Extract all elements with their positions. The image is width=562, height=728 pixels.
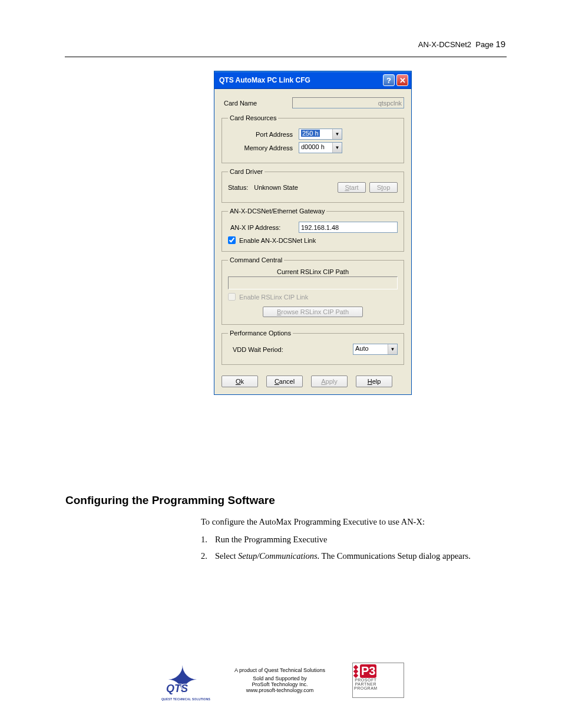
command-central-legend: Command Central	[228, 256, 284, 263]
start-button[interactable]: Start	[338, 182, 366, 193]
status-label: Status:	[228, 184, 248, 191]
card-driver-legend: Card Driver	[228, 168, 265, 175]
chevron-down-icon[interactable]: ▼	[332, 129, 342, 139]
gateway-group: AN-X-DCSNet/Ethernet Gateway AN-X IP Add…	[222, 207, 404, 252]
gateway-legend: AN-X-DCSNet/Ethernet Gateway	[228, 207, 326, 215]
cip-path-box	[228, 276, 398, 289]
status-value: Unknown State	[252, 184, 334, 191]
dialog-title: QTS AutoMax PC Link CFG	[219, 76, 310, 84]
intro-text: To configure the AutoMax Programming Exe…	[201, 516, 507, 528]
browse-cip-button: Browse RSLinx CIP Path	[263, 307, 363, 317]
card-driver-group: Card Driver Status: Unknown State Start …	[222, 168, 404, 203]
close-icon[interactable]: ✕	[396, 74, 408, 86]
config-dialog: QTS AutoMax PC Link CFG ? ✕ Card Name Ca…	[214, 71, 412, 395]
doc-id: AN-X-DCSNet2	[418, 40, 471, 49]
cancel-button[interactable]: Cancel	[266, 375, 303, 387]
vdd-wait-label: VDD Wait Period:	[228, 346, 353, 353]
page-header: AN-X-DCSNet2 Page 19	[418, 39, 505, 49]
list-item: 2.Select Setup/Communications. The Commu…	[201, 551, 495, 562]
card-name-field	[292, 97, 404, 108]
card-name-label: Card Name	[222, 100, 292, 107]
apply-button[interactable]: Apply	[311, 375, 348, 387]
help-button[interactable]: Help	[356, 375, 392, 387]
list-item: 1.Run the Programming Executive	[201, 534, 495, 545]
memory-address-select[interactable]: d0000 h ▼	[299, 142, 342, 153]
port-address-label: Port Address	[228, 131, 299, 138]
chevron-down-icon[interactable]: ▼	[332, 143, 342, 153]
header-rule	[65, 57, 507, 57]
stop-button[interactable]: Stop	[369, 182, 398, 193]
command-central-group: Command Central Current RSLinx CIP Path …	[222, 256, 404, 325]
enable-rslinx-input	[228, 293, 236, 301]
titlebar[interactable]: QTS AutoMax PC Link CFG ? ✕	[214, 71, 411, 89]
ip-label: AN-X IP Address:	[228, 224, 299, 231]
enable-rslinx-checkbox: Enable RSLinx CIP Link	[228, 293, 398, 301]
page-number: 19	[495, 39, 505, 49]
ip-field[interactable]	[299, 222, 398, 233]
enable-dcsnet-checkbox[interactable]: Enable AN-X-DCSNet Link	[228, 236, 398, 244]
card-resources-group: Card Resources Port Address 250 h ▼ Memo…	[222, 114, 404, 163]
page-label: Page	[475, 40, 493, 49]
chevron-down-icon[interactable]: ▼	[388, 344, 397, 354]
section-heading: Configuring the Programming Software	[65, 494, 275, 507]
enable-dcsnet-input[interactable]	[228, 236, 236, 244]
vdd-wait-select[interactable]: Auto ▼	[353, 344, 398, 355]
cip-path-label: Current RSLinx CIP Path	[228, 268, 398, 275]
card-resources-legend: Card Resources	[228, 114, 278, 121]
qts-logo: ✦ QTS QUEST TECHNICAL SOLUTIONS	[158, 660, 207, 701]
memory-address-label: Memory Address	[228, 144, 299, 151]
help-icon[interactable]: ?	[383, 74, 395, 86]
page-footer: ✦ QTS QUEST TECHNICAL SOLUTIONS A produc…	[0, 660, 562, 701]
performance-legend: Performance Options	[228, 330, 293, 337]
performance-group: Performance Options VDD Wait Period: Aut…	[222, 330, 404, 365]
port-address-select[interactable]: 250 h ▼	[299, 129, 342, 140]
p3-logo: P3 PROSOFT PARTNER PROGRAM	[352, 663, 404, 698]
ok-button[interactable]: Ok	[222, 375, 258, 387]
footer-text: A product of Quest Technical Solutions S…	[234, 667, 325, 693]
